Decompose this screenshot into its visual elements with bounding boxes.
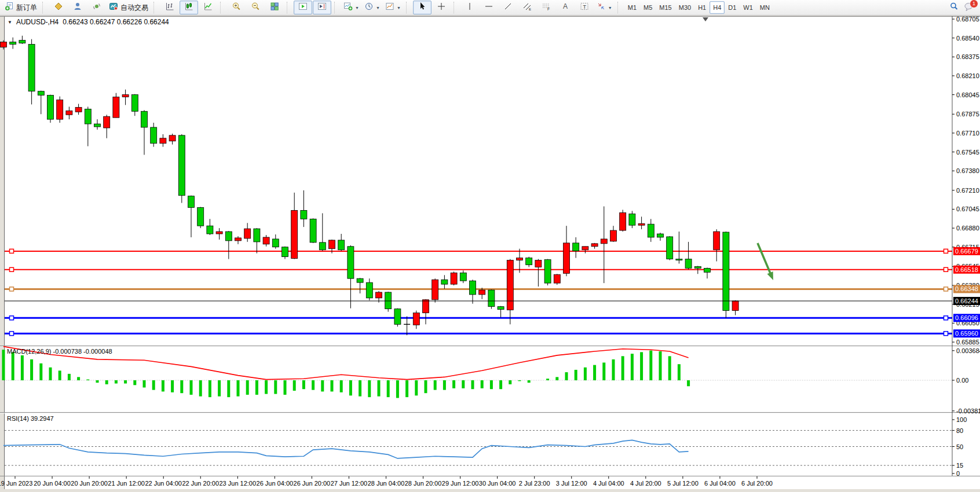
timeframe-button-mn[interactable]: MN [756, 1, 773, 14]
zoom-out-button[interactable] [246, 1, 265, 14]
cursor-icon [418, 2, 426, 13]
terminal-icon [92, 2, 101, 13]
svg-text:0.67710: 0.67710 [956, 130, 979, 137]
line-handle [10, 332, 14, 336]
window-bottom-border [0, 489, 980, 492]
notifications-button[interactable]: 1 [964, 2, 974, 14]
arrows-button[interactable]: ▼ [594, 1, 615, 14]
svg-text:20 Jun 20:00: 20 Jun 20:00 [71, 480, 108, 487]
line-handle [944, 316, 948, 320]
svg-text:0.67210: 0.67210 [956, 187, 979, 194]
line-chart-button[interactable] [199, 1, 217, 14]
svg-text:0.65960: 0.65960 [955, 330, 978, 337]
svg-text:22 Jun 20:00: 22 Jun 20:00 [182, 480, 219, 487]
timeframe-button-m1[interactable]: M1 [624, 1, 640, 14]
timeframe-button-h1[interactable]: H1 [694, 1, 710, 14]
tile-windows-button[interactable] [265, 1, 284, 14]
auto-scroll-button[interactable] [294, 1, 312, 14]
line-handle [10, 287, 14, 291]
crosshair-button[interactable] [432, 1, 451, 14]
auto-trading-button[interactable]: 自动交易 [107, 1, 151, 14]
svg-text:28 Jun 20:00: 28 Jun 20:00 [405, 480, 442, 487]
template-icon [385, 2, 394, 13]
zoom-in-button[interactable] [227, 1, 246, 14]
indicators-icon [343, 2, 353, 13]
templates-button[interactable]: ▼ [383, 1, 403, 14]
navigator-button[interactable] [68, 1, 87, 14]
svg-text:0.67380: 0.67380 [956, 167, 979, 174]
dropdown-caret-icon: ▼ [608, 6, 612, 10]
fibonacci-button[interactable]: F [537, 1, 555, 14]
terminal-button[interactable] [87, 1, 106, 14]
toolbar-separator [153, 2, 158, 13]
new-order-button[interactable]: 新订单 [2, 1, 39, 14]
toolbar-separator [287, 2, 291, 13]
svg-text:100: 100 [956, 416, 967, 423]
vertical-line-icon [466, 2, 473, 13]
timeframe-button-d1[interactable]: D1 [725, 1, 740, 14]
indicators-button[interactable]: ▼ [341, 1, 361, 14]
svg-text:80: 80 [956, 427, 963, 434]
svg-text:F: F [547, 7, 550, 11]
dropdown-caret-icon: ▼ [355, 6, 359, 10]
toolbar-separator [334, 2, 339, 13]
svg-text:0.68210: 0.68210 [956, 72, 979, 79]
svg-text:0.00: 0.00 [956, 377, 968, 384]
navigator-icon [73, 2, 82, 13]
svg-text:0.65885: 0.65885 [956, 339, 979, 346]
svg-text:0.66679: 0.66679 [955, 248, 978, 255]
timeframe-button-m15[interactable]: M15 [656, 1, 675, 14]
channel-button[interactable]: E [518, 1, 536, 14]
chart-canvas[interactable]: 0.687050.685400.683750.682100.680450.678… [0, 16, 980, 492]
svg-text:0.66244: 0.66244 [955, 298, 978, 304]
svg-text:0.67045: 0.67045 [956, 205, 979, 212]
vertical-line-button[interactable] [460, 1, 479, 14]
tile-windows-icon [270, 2, 279, 13]
chart-window: 0.687050.685400.683750.682100.680450.678… [0, 16, 980, 492]
bar-chart-button[interactable] [160, 1, 179, 14]
timeframe-button-m5[interactable]: M5 [640, 1, 656, 14]
trendline-button[interactable] [499, 1, 517, 14]
dropdown-caret-icon: ▼ [376, 6, 380, 10]
toolbar: 新订单 自动交易 ▼ [0, 0, 980, 16]
svg-text:0.66348: 0.66348 [955, 285, 978, 292]
window-left-border [0, 16, 4, 489]
toolbar-separator [617, 2, 622, 13]
svg-text:26 Jun 20:00: 26 Jun 20:00 [294, 480, 331, 487]
svg-text:6 Jul 20:00: 6 Jul 20:00 [741, 480, 773, 487]
svg-text:0.003684: 0.003684 [956, 347, 980, 354]
timeframe-button-m30[interactable]: M30 [675, 1, 694, 14]
text-label-button[interactable]: T [575, 1, 594, 14]
new-order-icon [5, 2, 14, 13]
chart-shift-button[interactable] [313, 1, 331, 14]
zoom-in-icon [232, 2, 241, 13]
svg-text:29 Jun 12:00: 29 Jun 12:00 [442, 480, 479, 487]
dropdown-caret-icon: ▼ [397, 6, 401, 10]
svg-text:15: 15 [956, 462, 963, 469]
market-watch-icon [54, 2, 63, 13]
svg-text:5 Jul 12:00: 5 Jul 12:00 [667, 480, 699, 487]
svg-text:23 Jun 12:00: 23 Jun 12:00 [219, 480, 256, 487]
svg-text:0.67875: 0.67875 [956, 111, 979, 118]
candlestick-chart-button[interactable] [180, 1, 198, 14]
fibonacci-icon: F [542, 2, 551, 13]
periods-button[interactable]: ▼ [362, 1, 382, 14]
trendline-icon [503, 2, 513, 13]
line-handle [10, 316, 14, 320]
horizontal-line-button[interactable] [480, 1, 498, 14]
line-handle [944, 267, 948, 271]
arrows-icon [597, 2, 606, 13]
auto-trading-icon [109, 2, 119, 13]
svg-text:0.68540: 0.68540 [956, 35, 979, 42]
svg-text:30 Jun 04:00: 30 Jun 04:00 [479, 480, 516, 487]
timeframe-button-h4[interactable]: H4 [710, 1, 725, 14]
market-watch-button[interactable] [49, 1, 68, 14]
svg-text:20 Jun 04:00: 20 Jun 04:00 [34, 480, 71, 487]
line-handle [10, 249, 14, 253]
svg-text:2 Jul 23:00: 2 Jul 23:00 [519, 480, 550, 487]
cursor-button[interactable] [413, 1, 432, 14]
timeframe-button-w1[interactable]: W1 [740, 1, 756, 14]
text-button[interactable]: A [556, 1, 575, 14]
toolbar-right-group: 1 [949, 2, 978, 14]
search-icon[interactable] [949, 2, 959, 13]
